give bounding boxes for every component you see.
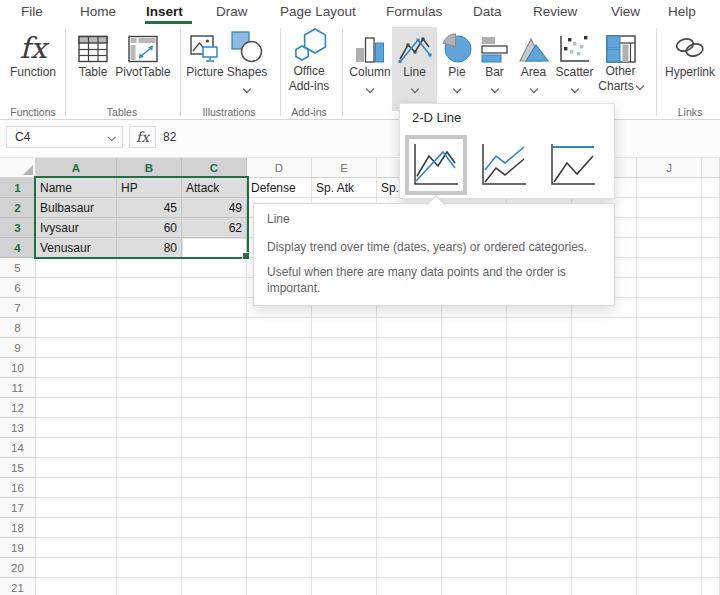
cell-F20[interactable]	[377, 558, 442, 578]
cell-G14[interactable]	[442, 438, 507, 458]
cell-F21[interactable]	[377, 578, 442, 595]
cell-D13[interactable]	[247, 418, 312, 438]
cell-F11[interactable]	[377, 378, 442, 398]
cell-D12[interactable]	[247, 398, 312, 418]
column-header-A[interactable]: A	[36, 158, 117, 178]
cell-K8[interactable]	[702, 318, 720, 338]
cell-H13[interactable]	[507, 418, 572, 438]
cell-B20[interactable]	[117, 558, 182, 578]
row-header-10[interactable]: 10	[0, 358, 36, 378]
bar-chart-button[interactable]: Bar	[477, 27, 512, 111]
tab-formulas[interactable]: Formulas	[386, 4, 442, 19]
cell-C11[interactable]	[182, 378, 247, 398]
cell-B17[interactable]	[117, 498, 182, 518]
cell-G20[interactable]	[442, 558, 507, 578]
column-chart-button[interactable]: Column	[348, 27, 392, 111]
cell-K7[interactable]	[702, 298, 720, 318]
cell-I20[interactable]	[572, 558, 637, 578]
cell-K19[interactable]	[702, 538, 720, 558]
cell-E16[interactable]	[312, 478, 377, 498]
cell-F17[interactable]	[377, 498, 442, 518]
cell-H8[interactable]	[507, 318, 572, 338]
cell-K17[interactable]	[702, 498, 720, 518]
cell-H21[interactable]	[507, 578, 572, 595]
chevron-down-icon[interactable]	[570, 85, 578, 93]
cell-A10[interactable]	[36, 358, 117, 378]
tab-help[interactable]: Help	[668, 4, 696, 19]
cell-B11[interactable]	[117, 378, 182, 398]
cell-J4[interactable]	[637, 238, 702, 258]
cell-K13[interactable]	[702, 418, 720, 438]
tab-insert[interactable]: Insert	[146, 4, 183, 19]
cell-D19[interactable]	[247, 538, 312, 558]
cell-E11[interactable]	[312, 378, 377, 398]
cell-D16[interactable]	[247, 478, 312, 498]
cell-F18[interactable]	[377, 518, 442, 538]
cell-H18[interactable]	[507, 518, 572, 538]
fill-handle[interactable]	[242, 252, 250, 260]
cell-I18[interactable]	[572, 518, 637, 538]
cell-D14[interactable]	[247, 438, 312, 458]
chevron-down-icon[interactable]	[366, 85, 374, 93]
cell-B1[interactable]: HP	[117, 178, 182, 198]
cell-I16[interactable]	[572, 478, 637, 498]
cell-C21[interactable]	[182, 578, 247, 595]
100-stacked-line-chart-option[interactable]	[547, 139, 599, 191]
row-header-9[interactable]: 9	[0, 338, 36, 358]
cell-E9[interactable]	[312, 338, 377, 358]
chevron-down-icon[interactable]	[243, 85, 251, 93]
cell-E17[interactable]	[312, 498, 377, 518]
cell-B13[interactable]	[117, 418, 182, 438]
scatter-chart-button[interactable]: Scatter	[553, 27, 596, 111]
tab-review[interactable]: Review	[533, 4, 577, 19]
cell-H15[interactable]	[507, 458, 572, 478]
cell-H17[interactable]	[507, 498, 572, 518]
cell-E8[interactable]	[312, 318, 377, 338]
picture-button[interactable]: Picture	[186, 27, 224, 111]
pie-chart-button[interactable]: Pie	[439, 27, 475, 111]
row-header-17[interactable]: 17	[0, 498, 36, 518]
cell-G11[interactable]	[442, 378, 507, 398]
cell-F9[interactable]	[377, 338, 442, 358]
cell-K3[interactable]	[702, 218, 720, 238]
cell-D9[interactable]	[247, 338, 312, 358]
cell-J15[interactable]	[637, 458, 702, 478]
cell-A21[interactable]	[36, 578, 117, 595]
cell-A14[interactable]	[36, 438, 117, 458]
cell-G8[interactable]	[442, 318, 507, 338]
cell-C4[interactable]: 82	[182, 238, 247, 258]
cell-K9[interactable]	[702, 338, 720, 358]
cell-B16[interactable]	[117, 478, 182, 498]
cell-H11[interactable]	[507, 378, 572, 398]
cell-C6[interactable]	[182, 278, 247, 298]
cell-B10[interactable]	[117, 358, 182, 378]
line-chart-option[interactable]	[405, 135, 467, 195]
cell-C8[interactable]	[182, 318, 247, 338]
cell-A16[interactable]	[36, 478, 117, 498]
cell-K20[interactable]	[702, 558, 720, 578]
cell-C10[interactable]	[182, 358, 247, 378]
cell-B3[interactable]: 60	[117, 218, 182, 238]
row-header-7[interactable]: 7	[0, 298, 36, 318]
cell-B15[interactable]	[117, 458, 182, 478]
cell-K11[interactable]	[702, 378, 720, 398]
function-button[interactable]: fx Function	[6, 27, 60, 111]
chevron-down-icon[interactable]	[529, 85, 537, 93]
row-header-4[interactable]: 4	[0, 238, 36, 258]
cell-G16[interactable]	[442, 478, 507, 498]
cell-F8[interactable]	[377, 318, 442, 338]
tab-data[interactable]: Data	[473, 4, 502, 19]
row-header-12[interactable]: 12	[0, 398, 36, 418]
cell-C19[interactable]	[182, 538, 247, 558]
cell-J3[interactable]	[637, 218, 702, 238]
cell-B9[interactable]	[117, 338, 182, 358]
row-header-8[interactable]: 8	[0, 318, 36, 338]
cell-I14[interactable]	[572, 438, 637, 458]
cell-F16[interactable]	[377, 478, 442, 498]
cell-K1[interactable]	[702, 178, 720, 198]
cell-B6[interactable]	[117, 278, 182, 298]
cell-E12[interactable]	[312, 398, 377, 418]
chevron-down-icon[interactable]	[107, 133, 115, 141]
cell-C5[interactable]	[182, 258, 247, 278]
tab-view[interactable]: View	[611, 4, 640, 19]
